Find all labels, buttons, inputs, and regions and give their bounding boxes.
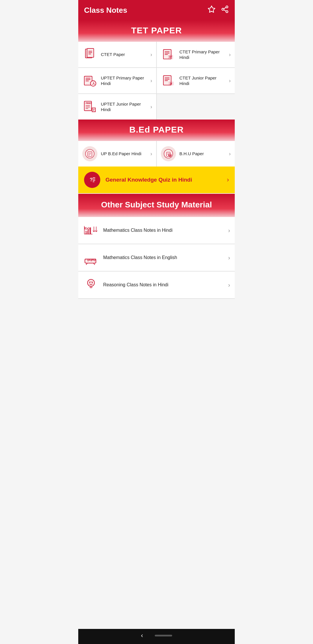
svg-line-5 [224, 8, 226, 9]
svg-rect-60 [88, 229, 89, 234]
ctet-junior-chevron: › [229, 78, 231, 84]
app-title: Class Notes [84, 6, 127, 15]
uptet-primary-icon: 人 [82, 73, 97, 88]
svg-point-74 [88, 279, 94, 286]
math-hindi-chevron: › [228, 227, 230, 234]
quiz-label: General Knowledge Quiz in Hindi [105, 177, 227, 183]
math-english-chevron: › [228, 254, 230, 261]
ctet-paper-label: CTET Paper [101, 52, 149, 57]
back-button[interactable]: ‹ [141, 632, 143, 639]
quiz-icon: ? [84, 172, 100, 188]
bed-section-title: B.Ed PAPER [129, 125, 184, 134]
bhu-item[interactable]: B.H.U Paper › [157, 141, 235, 167]
uptet-primary-chevron: › [150, 78, 152, 84]
up-bed-item[interactable]: UP B.Ed Paper Hindi › [78, 141, 156, 167]
math-english-label: Mathematics Class Notes in English [103, 255, 228, 260]
share-icon[interactable] [221, 5, 229, 15]
quiz-chevron: › [227, 176, 229, 184]
math-hindi-item[interactable]: f(x) ∑∫ Mathematics Class Notes in Hindi… [78, 217, 235, 244]
header-actions [208, 5, 229, 15]
svg-text:Jr: Jr [170, 82, 172, 85]
uptet-primary-label: UPTET Primary Paper Hindi [101, 75, 149, 86]
ctet-primary-label: CTET Primary Paper Hindi [179, 49, 227, 60]
ctet-junior-label: CTET Junior Paper Hindi [179, 75, 227, 86]
uptet-junior-item[interactable]: TEST UPTET Junior Paper Hindi › [78, 94, 156, 120]
math-english-item[interactable]: 1+2=3 Mathematics Class Notes in English… [78, 244, 235, 272]
ctet-paper-chevron: › [150, 52, 152, 58]
up-bed-chevron: › [150, 151, 152, 157]
ctet-junior-icon: Jr [161, 73, 176, 88]
svg-text:?: ? [90, 177, 93, 182]
svg-point-75 [89, 282, 90, 283]
bottom-navigation: ‹ [78, 629, 235, 644]
star-icon[interactable] [208, 5, 216, 15]
bed-section-banner: B.Ed PAPER [78, 120, 235, 141]
ctet-primary-icon [161, 47, 176, 62]
quiz-banner[interactable]: ? General Knowledge Quiz in Hindi › [78, 167, 235, 193]
svg-point-76 [92, 282, 93, 283]
svg-rect-77 [90, 286, 92, 288]
svg-text:人: 人 [92, 82, 95, 85]
ctet-paper-item[interactable]: CTET Paper › [78, 42, 156, 67]
reasoning-label: Reasoning Class Notes in Hindi [103, 282, 228, 287]
math-hindi-icon: f(x) ∑∫ [83, 222, 99, 238]
math-english-icon: 1+2=3 [83, 249, 99, 266]
bhu-chevron: › [229, 151, 231, 157]
reasoning-chevron: › [228, 282, 230, 288]
svg-rect-61 [90, 227, 91, 234]
ctet-paper-icon [82, 47, 97, 62]
bhu-label: B.H.U Paper [179, 151, 227, 157]
reasoning-icon [83, 277, 99, 293]
reasoning-item[interactable]: Reasoning Class Notes in Hindi › [78, 272, 235, 299]
ctet-primary-chevron: › [229, 52, 231, 58]
up-bed-icon [82, 146, 97, 161]
svg-rect-59 [85, 231, 87, 234]
other-section-title: Other Subject Study Material [101, 200, 212, 209]
math-hindi-label: Mathematics Class Notes in Hindi [103, 228, 228, 233]
uptet-junior-icon: TEST [82, 99, 97, 114]
empty-tet-cell [157, 94, 235, 120]
other-section-banner: Other Subject Study Material [78, 194, 235, 217]
ctet-primary-item[interactable]: CTET Primary Paper Hindi › [157, 42, 235, 67]
bed-items-grid: UP B.Ed Paper Hindi › B.H.U Paper › [78, 141, 235, 167]
uptet-junior-chevron: › [150, 104, 152, 110]
ctet-junior-item[interactable]: Jr CTET Junior Paper Hindi › [157, 68, 235, 93]
uptet-junior-label: UPTET Junior Paper Hindi [101, 101, 149, 113]
home-indicator[interactable] [155, 635, 172, 636]
tet-items-grid: CTET Paper › CTET Primary Paper Hindi › [78, 42, 235, 120]
uptet-primary-item[interactable]: 人 UPTET Primary Paper Hindi › [78, 68, 156, 93]
svg-rect-15 [168, 55, 173, 59]
up-bed-label: UP B.Ed Paper Hindi [101, 151, 149, 157]
tet-section-banner: TET PAPER [78, 20, 235, 42]
app-header: Class Notes [78, 0, 235, 20]
svg-line-4 [224, 10, 226, 11]
bhu-icon [161, 146, 176, 161]
tet-section-title: TET PAPER [131, 26, 182, 35]
svg-text:TEST: TEST [86, 102, 92, 104]
svg-marker-0 [208, 6, 215, 12]
